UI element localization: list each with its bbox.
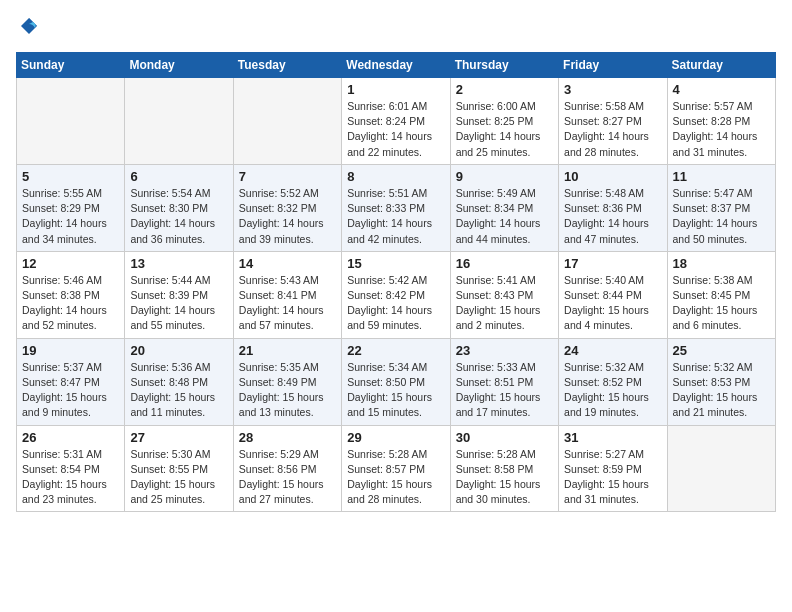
- day-info: Sunrise: 5:29 AMSunset: 8:56 PMDaylight:…: [239, 447, 336, 508]
- calendar-cell: 4Sunrise: 5:57 AMSunset: 8:28 PMDaylight…: [667, 78, 775, 165]
- day-number: 25: [673, 343, 770, 358]
- day-info: Sunrise: 5:51 AMSunset: 8:33 PMDaylight:…: [347, 186, 444, 247]
- day-number: 20: [130, 343, 227, 358]
- weekday-header-thursday: Thursday: [450, 53, 558, 78]
- calendar-week-row: 19Sunrise: 5:37 AMSunset: 8:47 PMDayligh…: [17, 338, 776, 425]
- calendar-cell: 23Sunrise: 5:33 AMSunset: 8:51 PMDayligh…: [450, 338, 558, 425]
- day-number: 22: [347, 343, 444, 358]
- calendar-week-row: 5Sunrise: 5:55 AMSunset: 8:29 PMDaylight…: [17, 164, 776, 251]
- calendar-cell: 11Sunrise: 5:47 AMSunset: 8:37 PMDayligh…: [667, 164, 775, 251]
- day-info: Sunrise: 5:28 AMSunset: 8:58 PMDaylight:…: [456, 447, 553, 508]
- weekday-header-monday: Monday: [125, 53, 233, 78]
- day-info: Sunrise: 5:32 AMSunset: 8:52 PMDaylight:…: [564, 360, 661, 421]
- day-number: 13: [130, 256, 227, 271]
- calendar-cell: [233, 78, 341, 165]
- calendar-cell: 18Sunrise: 5:38 AMSunset: 8:45 PMDayligh…: [667, 251, 775, 338]
- day-info: Sunrise: 5:57 AMSunset: 8:28 PMDaylight:…: [673, 99, 770, 160]
- day-number: 9: [456, 169, 553, 184]
- page-header: [16, 16, 776, 40]
- day-number: 5: [22, 169, 119, 184]
- calendar-cell: 2Sunrise: 6:00 AMSunset: 8:25 PMDaylight…: [450, 78, 558, 165]
- day-number: 4: [673, 82, 770, 97]
- calendar-week-row: 1Sunrise: 6:01 AMSunset: 8:24 PMDaylight…: [17, 78, 776, 165]
- day-number: 21: [239, 343, 336, 358]
- calendar-cell: 7Sunrise: 5:52 AMSunset: 8:32 PMDaylight…: [233, 164, 341, 251]
- weekday-header-wednesday: Wednesday: [342, 53, 450, 78]
- calendar-cell: 5Sunrise: 5:55 AMSunset: 8:29 PMDaylight…: [17, 164, 125, 251]
- day-info: Sunrise: 5:47 AMSunset: 8:37 PMDaylight:…: [673, 186, 770, 247]
- day-number: 18: [673, 256, 770, 271]
- weekday-header-friday: Friday: [559, 53, 667, 78]
- calendar-table: SundayMondayTuesdayWednesdayThursdayFrid…: [16, 52, 776, 512]
- calendar-cell: 26Sunrise: 5:31 AMSunset: 8:54 PMDayligh…: [17, 425, 125, 512]
- day-number: 30: [456, 430, 553, 445]
- calendar-cell: 17Sunrise: 5:40 AMSunset: 8:44 PMDayligh…: [559, 251, 667, 338]
- calendar-cell: 27Sunrise: 5:30 AMSunset: 8:55 PMDayligh…: [125, 425, 233, 512]
- day-number: 15: [347, 256, 444, 271]
- calendar-week-row: 12Sunrise: 5:46 AMSunset: 8:38 PMDayligh…: [17, 251, 776, 338]
- day-number: 10: [564, 169, 661, 184]
- day-info: Sunrise: 5:28 AMSunset: 8:57 PMDaylight:…: [347, 447, 444, 508]
- calendar-cell: 22Sunrise: 5:34 AMSunset: 8:50 PMDayligh…: [342, 338, 450, 425]
- day-number: 1: [347, 82, 444, 97]
- day-number: 19: [22, 343, 119, 358]
- logo: [16, 16, 39, 40]
- calendar-cell: 25Sunrise: 5:32 AMSunset: 8:53 PMDayligh…: [667, 338, 775, 425]
- calendar-cell: 24Sunrise: 5:32 AMSunset: 8:52 PMDayligh…: [559, 338, 667, 425]
- calendar-cell: 20Sunrise: 5:36 AMSunset: 8:48 PMDayligh…: [125, 338, 233, 425]
- calendar-cell: 30Sunrise: 5:28 AMSunset: 8:58 PMDayligh…: [450, 425, 558, 512]
- day-info: Sunrise: 5:27 AMSunset: 8:59 PMDaylight:…: [564, 447, 661, 508]
- day-info: Sunrise: 5:34 AMSunset: 8:50 PMDaylight:…: [347, 360, 444, 421]
- calendar-cell: 13Sunrise: 5:44 AMSunset: 8:39 PMDayligh…: [125, 251, 233, 338]
- day-info: Sunrise: 5:52 AMSunset: 8:32 PMDaylight:…: [239, 186, 336, 247]
- weekday-header-sunday: Sunday: [17, 53, 125, 78]
- calendar-cell: 1Sunrise: 6:01 AMSunset: 8:24 PMDaylight…: [342, 78, 450, 165]
- calendar-cell: 28Sunrise: 5:29 AMSunset: 8:56 PMDayligh…: [233, 425, 341, 512]
- calendar-cell: 8Sunrise: 5:51 AMSunset: 8:33 PMDaylight…: [342, 164, 450, 251]
- day-info: Sunrise: 5:37 AMSunset: 8:47 PMDaylight:…: [22, 360, 119, 421]
- day-number: 31: [564, 430, 661, 445]
- day-number: 12: [22, 256, 119, 271]
- day-info: Sunrise: 5:35 AMSunset: 8:49 PMDaylight:…: [239, 360, 336, 421]
- day-number: 3: [564, 82, 661, 97]
- weekday-header-saturday: Saturday: [667, 53, 775, 78]
- day-number: 8: [347, 169, 444, 184]
- day-info: Sunrise: 5:54 AMSunset: 8:30 PMDaylight:…: [130, 186, 227, 247]
- day-number: 11: [673, 169, 770, 184]
- calendar-cell: 10Sunrise: 5:48 AMSunset: 8:36 PMDayligh…: [559, 164, 667, 251]
- day-number: 28: [239, 430, 336, 445]
- logo-flag-icon: [19, 16, 39, 40]
- day-info: Sunrise: 5:30 AMSunset: 8:55 PMDaylight:…: [130, 447, 227, 508]
- day-info: Sunrise: 5:31 AMSunset: 8:54 PMDaylight:…: [22, 447, 119, 508]
- calendar-cell: 15Sunrise: 5:42 AMSunset: 8:42 PMDayligh…: [342, 251, 450, 338]
- day-info: Sunrise: 5:43 AMSunset: 8:41 PMDaylight:…: [239, 273, 336, 334]
- day-info: Sunrise: 5:36 AMSunset: 8:48 PMDaylight:…: [130, 360, 227, 421]
- day-number: 27: [130, 430, 227, 445]
- day-number: 16: [456, 256, 553, 271]
- day-info: Sunrise: 5:58 AMSunset: 8:27 PMDaylight:…: [564, 99, 661, 160]
- day-info: Sunrise: 5:32 AMSunset: 8:53 PMDaylight:…: [673, 360, 770, 421]
- calendar-cell: 31Sunrise: 5:27 AMSunset: 8:59 PMDayligh…: [559, 425, 667, 512]
- calendar-cell: [17, 78, 125, 165]
- calendar-cell: 6Sunrise: 5:54 AMSunset: 8:30 PMDaylight…: [125, 164, 233, 251]
- day-info: Sunrise: 5:33 AMSunset: 8:51 PMDaylight:…: [456, 360, 553, 421]
- day-info: Sunrise: 6:01 AMSunset: 8:24 PMDaylight:…: [347, 99, 444, 160]
- day-number: 6: [130, 169, 227, 184]
- calendar-cell: 12Sunrise: 5:46 AMSunset: 8:38 PMDayligh…: [17, 251, 125, 338]
- day-info: Sunrise: 5:38 AMSunset: 8:45 PMDaylight:…: [673, 273, 770, 334]
- calendar-cell: 9Sunrise: 5:49 AMSunset: 8:34 PMDaylight…: [450, 164, 558, 251]
- weekday-header-row: SundayMondayTuesdayWednesdayThursdayFrid…: [17, 53, 776, 78]
- calendar-cell: 21Sunrise: 5:35 AMSunset: 8:49 PMDayligh…: [233, 338, 341, 425]
- day-number: 24: [564, 343, 661, 358]
- day-info: Sunrise: 5:44 AMSunset: 8:39 PMDaylight:…: [130, 273, 227, 334]
- calendar-cell: [667, 425, 775, 512]
- day-info: Sunrise: 5:40 AMSunset: 8:44 PMDaylight:…: [564, 273, 661, 334]
- calendar-cell: 19Sunrise: 5:37 AMSunset: 8:47 PMDayligh…: [17, 338, 125, 425]
- day-info: Sunrise: 5:42 AMSunset: 8:42 PMDaylight:…: [347, 273, 444, 334]
- calendar-cell: 29Sunrise: 5:28 AMSunset: 8:57 PMDayligh…: [342, 425, 450, 512]
- calendar-cell: 16Sunrise: 5:41 AMSunset: 8:43 PMDayligh…: [450, 251, 558, 338]
- weekday-header-tuesday: Tuesday: [233, 53, 341, 78]
- day-number: 7: [239, 169, 336, 184]
- day-info: Sunrise: 5:49 AMSunset: 8:34 PMDaylight:…: [456, 186, 553, 247]
- day-number: 26: [22, 430, 119, 445]
